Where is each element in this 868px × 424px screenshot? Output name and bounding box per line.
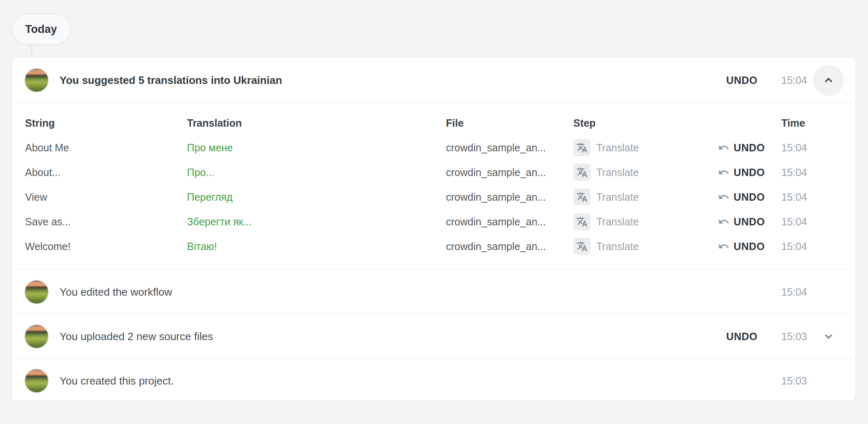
source-string: View <box>25 191 187 203</box>
file-name: crowdin_sample_an... <box>446 216 573 228</box>
avatar <box>24 280 49 304</box>
row-undo-button[interactable]: UNDO <box>718 216 765 228</box>
row-time: 15:04 <box>781 142 855 154</box>
entry-title: You created this project. <box>60 374 174 387</box>
timeline-connector <box>31 44 32 58</box>
undo-button[interactable]: UNDO <box>726 74 757 86</box>
undo-arrow-icon <box>718 142 729 153</box>
translation-link[interactable]: Зберегти як... <box>187 216 446 228</box>
row-undo-label: UNDO <box>734 216 765 228</box>
row-undo-label: UNDO <box>734 142 765 154</box>
translation-link[interactable]: Про... <box>187 167 446 178</box>
col-header-time: Time <box>781 117 855 129</box>
row-undo-button[interactable]: UNDO <box>718 241 765 253</box>
table-row: View Перегляд crowdin_sample_an... Trans… <box>12 185 855 209</box>
row-undo-label: UNDO <box>734 167 765 178</box>
col-header-string: String <box>25 117 187 129</box>
source-string: About... <box>25 167 187 178</box>
file-name: crowdin_sample_an... <box>446 241 573 253</box>
avatar <box>24 368 49 393</box>
activity-entry-suggested-translations: You suggested 5 translations into Ukrain… <box>12 58 855 103</box>
step-label: Translate <box>596 167 639 178</box>
date-badge: Today <box>12 14 71 45</box>
source-string: Welcome! <box>25 241 187 253</box>
chevron-down-icon <box>822 330 835 343</box>
undo-arrow-icon <box>718 167 729 178</box>
row-time: 15:04 <box>781 241 855 253</box>
entry-title: You uploaded 2 new source files <box>60 330 213 343</box>
step-label: Translate <box>596 216 639 228</box>
row-time: 15:04 <box>781 216 855 228</box>
translate-step-icon <box>573 238 591 255</box>
chevron-up-icon <box>822 74 835 86</box>
row-undo-label: UNDO <box>734 241 765 253</box>
undo-arrow-icon <box>718 191 729 203</box>
row-time: 15:04 <box>781 191 855 203</box>
activity-card: You suggested 5 translations into Ukrain… <box>12 57 856 401</box>
row-undo-button[interactable]: UNDO <box>718 191 765 203</box>
date-badge-label: Today <box>25 23 57 36</box>
entry-time: 15:04 <box>781 74 807 86</box>
table-row: Save as... Зберегти як... crowdin_sample… <box>12 209 855 234</box>
table-header-row: String Translation File Step Time <box>12 111 855 135</box>
step-label: Translate <box>596 142 639 154</box>
translation-link[interactable]: Перегляд <box>187 191 446 203</box>
undo-button[interactable]: UNDO <box>726 330 757 342</box>
step-label: Translate <box>596 241 639 253</box>
col-header-step: Step <box>573 117 712 129</box>
undo-arrow-icon <box>718 216 729 227</box>
source-string: About Me <box>25 142 187 154</box>
step-label: Translate <box>596 191 639 203</box>
translate-step-icon <box>573 188 591 206</box>
file-name: crowdin_sample_an... <box>446 142 573 154</box>
translate-step-icon <box>573 213 591 230</box>
translate-step-icon <box>573 139 591 156</box>
entry-time: 15:03 <box>781 330 807 342</box>
table-row: Welcome! Вітаю! crowdin_sample_an... Tra… <box>12 234 855 259</box>
col-header-translation: Translation <box>187 117 446 129</box>
entry-title: You suggested 5 translations into Ukrain… <box>60 74 282 87</box>
row-undo-label: UNDO <box>734 191 765 203</box>
col-header-file: File <box>446 117 573 129</box>
activity-entry-edited-workflow: You edited the workflow 15:04 <box>12 269 855 314</box>
activity-entry-created-project: You created this project. 15:03 <box>12 358 855 403</box>
avatar <box>24 324 49 349</box>
file-name: crowdin_sample_an... <box>446 167 573 178</box>
translation-link[interactable]: Вітаю! <box>187 241 446 253</box>
entry-time: 15:04 <box>781 286 807 298</box>
source-string: Save as... <box>25 216 187 228</box>
table-row: About Me Про мене crowdin_sample_an... T… <box>12 135 855 160</box>
table-row: About... Про... crowdin_sample_an... Tra… <box>12 160 855 185</box>
entry-time: 15:03 <box>781 375 807 387</box>
avatar <box>24 68 49 93</box>
row-undo-button[interactable]: UNDO <box>718 142 765 154</box>
translate-step-icon <box>573 164 591 181</box>
activity-entry-uploaded-files: You uploaded 2 new source files UNDO 15:… <box>12 314 855 358</box>
expand-button[interactable] <box>813 321 844 352</box>
translations-table: String Translation File Step Time About … <box>12 103 855 269</box>
entry-title: You edited the workflow <box>60 285 172 298</box>
undo-arrow-icon <box>718 241 729 252</box>
translation-link[interactable]: Про мене <box>187 142 446 154</box>
row-time: 15:04 <box>781 167 855 178</box>
file-name: crowdin_sample_an... <box>446 191 573 203</box>
row-undo-button[interactable]: UNDO <box>718 167 765 178</box>
collapse-button[interactable] <box>813 65 844 96</box>
